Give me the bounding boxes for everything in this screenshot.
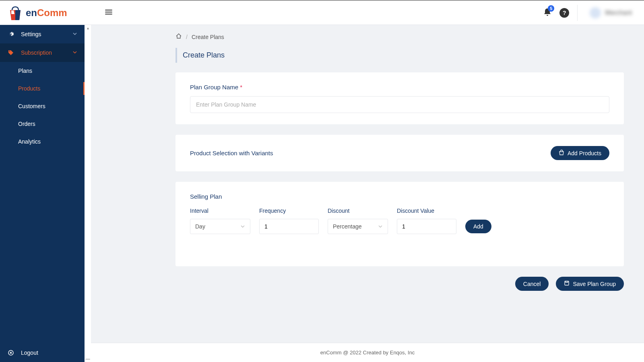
menu-toggle-button[interactable] — [105, 8, 113, 18]
sidebar-label: Subscription — [21, 49, 52, 56]
logo[interactable]: enComm — [8, 5, 89, 21]
username: Merchant — [605, 9, 632, 16]
button-label: Add — [473, 223, 483, 230]
sidebar-item-logout[interactable]: Logout — [0, 343, 85, 362]
select-value: Percentage — [333, 223, 362, 230]
sidebar-item-orders[interactable]: Orders — [0, 115, 85, 133]
sidebar-item-customers[interactable]: Customers — [0, 97, 85, 115]
sidebar-label: Orders — [18, 121, 35, 127]
frequency-label: Frequency — [259, 208, 319, 214]
save-icon — [564, 280, 570, 287]
plan-group-card: Plan Group Name * — [175, 72, 624, 124]
help-button[interactable]: ? — [559, 8, 569, 18]
discount-value-label: Discount Value — [397, 208, 456, 214]
discount-value-input[interactable] — [397, 219, 456, 234]
interval-select[interactable]: Day — [190, 219, 250, 234]
sidebar-label: Products — [18, 85, 40, 92]
notification-badge: 5 — [548, 5, 554, 12]
interval-label: Interval — [190, 208, 250, 214]
hamburger-icon — [105, 8, 113, 16]
gear-icon — [7, 31, 14, 38]
add-products-button[interactable]: Add Products — [551, 146, 609, 160]
app-header: enComm 5 ? Merchant — [0, 0, 644, 25]
footer: enComm @ 2022 Created by Enqos, Inc — [91, 343, 644, 362]
sidebar-item-settings[interactable]: Settings — [0, 25, 85, 43]
main-content: / Create Plans Create Plans Plan Group N… — [91, 25, 644, 362]
logout-icon — [7, 349, 14, 356]
tag-icon — [7, 49, 14, 56]
bag-icon — [559, 150, 564, 156]
sidebar-item-plans[interactable]: Plans — [0, 62, 85, 80]
sidebar-label: Settings — [21, 31, 41, 37]
sidebar-label: Logout — [21, 350, 38, 356]
user-menu[interactable]: Merchant — [586, 5, 636, 21]
sidebar: Settings Subscription Plans Products Cus… — [0, 25, 85, 362]
button-label: Add Products — [568, 150, 601, 156]
frequency-input[interactable] — [259, 219, 319, 234]
chevron-down-icon — [378, 224, 383, 229]
home-icon[interactable] — [175, 33, 182, 41]
form-actions: Cancel Save Plan Group — [175, 277, 624, 303]
selling-plan-title: Selling Plan — [190, 193, 222, 200]
breadcrumb-sep: / — [186, 34, 188, 40]
sidebar-item-products[interactable]: Products — [0, 80, 85, 97]
product-selection-card: Product Selection with Variants Add Prod… — [175, 135, 624, 171]
notifications-button[interactable]: 5 — [543, 8, 551, 18]
button-label: Cancel — [523, 281, 541, 287]
sidebar-item-analytics[interactable]: Analytics — [0, 133, 85, 150]
chevron-down-icon — [240, 224, 245, 229]
scroll-track[interactable] — [85, 25, 91, 362]
plan-group-label: Plan Group Name * — [190, 84, 609, 90]
avatar — [590, 7, 601, 19]
sidebar-label: Customers — [18, 103, 45, 109]
sidebar-label: Analytics — [18, 138, 41, 145]
chevron-down-icon — [72, 31, 77, 37]
save-plan-group-button[interactable]: Save Plan Group — [556, 277, 624, 291]
breadcrumb: / Create Plans — [175, 33, 624, 41]
select-value: Day — [195, 223, 205, 230]
discount-select[interactable]: Percentage — [328, 219, 388, 234]
sidebar-label: Plans — [18, 68, 32, 74]
breadcrumb-current: Create Plans — [192, 34, 224, 40]
divider — [577, 5, 578, 21]
selling-plan-card: Selling Plan Interval Day Frequency — [175, 182, 624, 266]
page-title: Create Plans — [175, 48, 624, 63]
discount-label: Discount — [328, 208, 388, 214]
product-section-title: Product Selection with Variants — [190, 150, 273, 156]
sidebar-item-subscription[interactable]: Subscription — [0, 43, 85, 62]
add-selling-plan-button[interactable]: Add — [465, 220, 491, 233]
footer-text: enComm @ 2022 Created by Enqos, Inc — [320, 350, 415, 356]
plan-group-name-input[interactable] — [190, 96, 609, 113]
chevron-down-icon — [72, 49, 77, 56]
logo-icon — [8, 5, 23, 21]
cancel-button[interactable]: Cancel — [515, 277, 549, 291]
logo-text: enComm — [26, 7, 67, 19]
button-label: Save Plan Group — [573, 281, 616, 287]
